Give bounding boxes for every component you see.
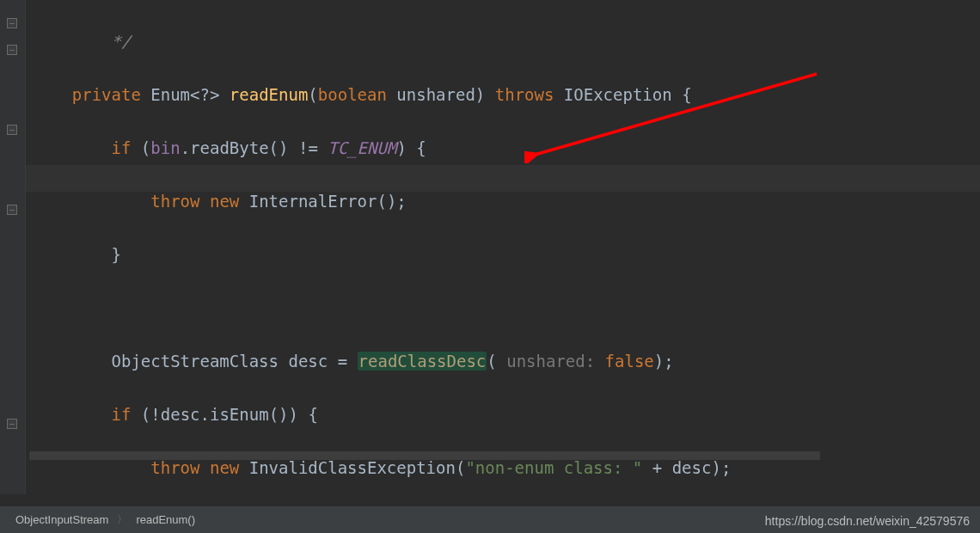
kw-new: new xyxy=(210,192,239,211)
type-ice: InvalidClassException xyxy=(249,458,456,477)
var-desc: desc xyxy=(672,458,712,477)
kw-throw: throw xyxy=(150,192,199,211)
call-readbyte: readByte xyxy=(190,138,269,157)
code-area[interactable]: */ private Enum<?> readEnum(boolean unsh… xyxy=(26,0,980,494)
type-ioexception: IOException xyxy=(564,85,672,104)
param-unshared: unshared xyxy=(396,85,475,104)
gutter: – – – – – xyxy=(0,0,26,494)
code-editor[interactable]: – – – – – */ private Enum<?> readEnum(bo… xyxy=(0,0,980,494)
kw-private: private xyxy=(72,85,141,104)
breadcrumb-separator: 〉 xyxy=(117,512,127,527)
var-desc: desc xyxy=(288,352,328,371)
fold-marker[interactable]: – xyxy=(7,125,17,135)
breadcrumb-class[interactable]: ObjectInputStream xyxy=(15,513,108,526)
generic-wildcard: <?> xyxy=(190,85,219,104)
fold-marker[interactable]: – xyxy=(7,45,17,55)
kw-if: if xyxy=(112,405,132,424)
method-name: readEnum xyxy=(230,85,309,104)
kw-boolean: boolean xyxy=(318,85,387,104)
string-literal: "non-enum class: " xyxy=(465,458,642,477)
kw-throw: throw xyxy=(150,458,199,477)
fold-marker[interactable]: – xyxy=(7,419,17,429)
param-hint: unshared: xyxy=(506,352,595,371)
call-isenum: isEnum xyxy=(210,405,269,424)
kw-new: new xyxy=(210,458,239,477)
comment: */ xyxy=(112,32,132,51)
field-bin: bin xyxy=(150,138,180,157)
const-tc-enum: TC_ENUM xyxy=(328,138,396,157)
call-readclassdesc: readClassDesc xyxy=(358,352,487,371)
type-enum: Enum xyxy=(150,85,190,104)
kw-false: false xyxy=(605,352,654,371)
fold-marker[interactable]: – xyxy=(7,18,17,28)
type-osc: ObjectStreamClass xyxy=(112,352,279,371)
fold-marker[interactable]: – xyxy=(7,205,17,215)
kw-if: if xyxy=(112,138,132,157)
type-internalerror: InternalError xyxy=(249,192,377,211)
watermark: https://blog.csdn.net/weixin_42579576 xyxy=(765,514,970,528)
kw-throws: throws xyxy=(495,85,554,104)
breadcrumb-method[interactable]: readEnum() xyxy=(136,513,195,526)
var-desc: desc xyxy=(161,405,200,424)
